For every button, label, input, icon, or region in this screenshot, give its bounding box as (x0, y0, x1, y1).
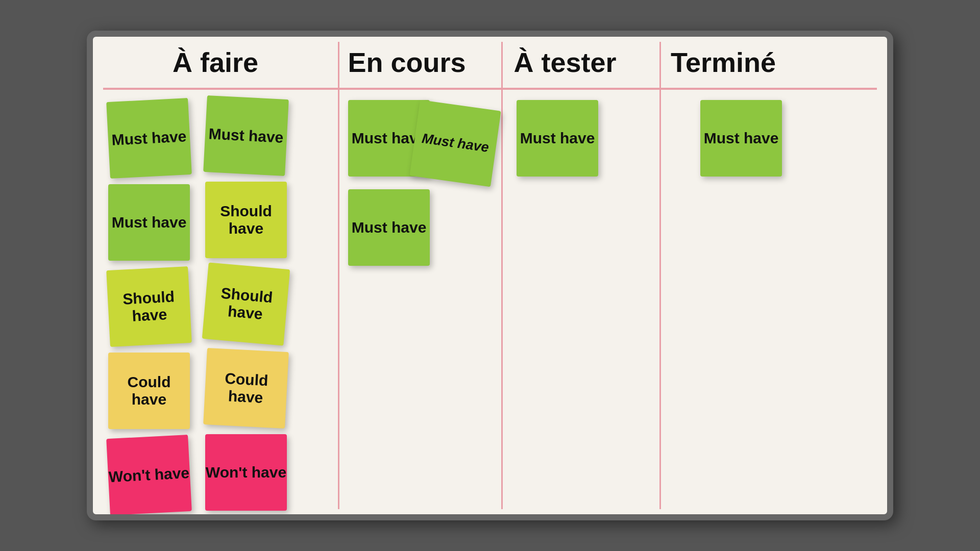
note-should-have-2[interactable]: Should have (106, 266, 192, 347)
note-a-tester-1[interactable]: Must have (517, 100, 598, 177)
header-en-cours: En cours (328, 46, 486, 78)
board-content: Must have Must have Must have Should hav… (93, 90, 887, 514)
column-a-faire: Must have Must have Must have Should hav… (93, 90, 338, 514)
header-a-faire: À faire (103, 46, 328, 78)
note-must-have-3[interactable]: Must have (108, 184, 190, 261)
header-a-tester: À tester (486, 46, 644, 78)
note-en-cours-2[interactable]: Must have (409, 100, 501, 187)
note-wont-have-1[interactable]: Won't have (106, 435, 192, 515)
kanban-board: À faire En cours À tester Terminé Must h… (87, 31, 893, 520)
note-wont-have-2[interactable]: Won't have (205, 434, 287, 511)
note-termine-1[interactable]: Must have (700, 100, 782, 177)
header-termine: Terminé (644, 46, 802, 78)
column-a-tester: Must have (501, 90, 659, 514)
column-en-cours: Must have Must have Must have (338, 90, 501, 514)
note-must-have-2[interactable]: Must have (203, 95, 289, 176)
note-should-have-1[interactable]: Should have (205, 182, 287, 258)
column-headers: À faire En cours À tester Terminé (93, 37, 887, 88)
note-must-have-1[interactable]: Must have (106, 98, 192, 179)
note-should-have-3[interactable]: Should have (202, 262, 290, 345)
note-could-have-2[interactable]: Could have (203, 348, 289, 429)
note-en-cours-3[interactable]: Must have (348, 189, 430, 266)
column-termine: Must have (659, 90, 869, 514)
note-could-have-1[interactable]: Could have (108, 353, 190, 429)
